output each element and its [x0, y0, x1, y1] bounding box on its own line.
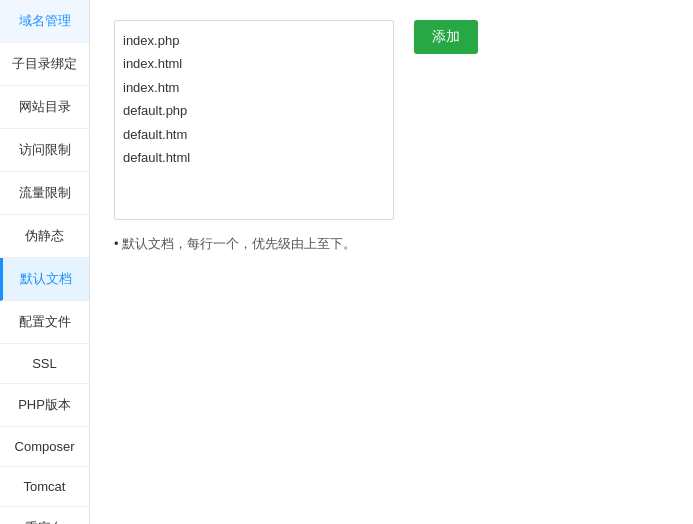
sidebar-item-redirect[interactable]: 重定向 [0, 507, 89, 524]
sidebar: 域名管理子目录绑定网站目录访问限制流量限制伪静态默认文档配置文件SSLPHP版本… [0, 0, 90, 524]
sidebar-item-php[interactable]: PHP版本 [0, 384, 89, 427]
sidebar-item-default_doc[interactable]: 默认文档 [0, 258, 89, 301]
sidebar-item-webdir[interactable]: 网站目录 [0, 86, 89, 129]
sidebar-item-access[interactable]: 访问限制 [0, 129, 89, 172]
sidebar-item-composer[interactable]: Composer [0, 427, 89, 467]
sidebar-item-config[interactable]: 配置文件 [0, 301, 89, 344]
sidebar-item-subdir[interactable]: 子目录绑定 [0, 43, 89, 86]
sidebar-item-tomcat[interactable]: Tomcat [0, 467, 89, 507]
default-doc-textarea[interactable] [114, 20, 394, 220]
content-area: 添加 [114, 20, 669, 220]
add-button[interactable]: 添加 [414, 20, 478, 54]
sidebar-item-rewrite[interactable]: 伪静态 [0, 215, 89, 258]
hint-text: 默认文档，每行一个，优先级由上至下。 [114, 234, 669, 255]
sidebar-item-domain[interactable]: 域名管理 [0, 0, 89, 43]
sidebar-item-ssl[interactable]: SSL [0, 344, 89, 384]
main-content: 添加 默认文档，每行一个，优先级由上至下。 [90, 0, 693, 524]
sidebar-item-traffic[interactable]: 流量限制 [0, 172, 89, 215]
